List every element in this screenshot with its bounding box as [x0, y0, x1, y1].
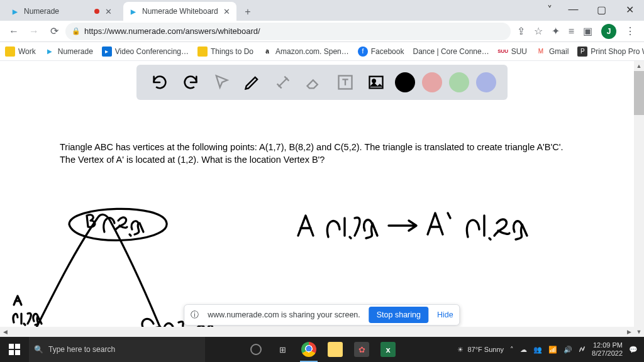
numerade-icon: ▶: [128, 6, 138, 16]
sun-icon: ☀: [457, 346, 464, 354]
tray-chevron-icon[interactable]: ˄: [510, 346, 514, 354]
tab-label: Numerade Whiteboard: [142, 7, 221, 16]
undo-button[interactable]: [148, 70, 172, 94]
star-icon[interactable]: ☆: [534, 25, 543, 37]
browser-titlebar: ▶ Numerade ✕ ▶ Numerade Whiteboard ✕ + ˅…: [0, 0, 644, 21]
bookmark-suu[interactable]: SUUSUU: [498, 47, 527, 57]
window-caret[interactable]: ˅: [540, 0, 559, 19]
scroll-thumb[interactable]: [634, 71, 644, 115]
eraser-button[interactable]: [302, 70, 326, 94]
redo-button[interactable]: [179, 70, 203, 94]
taskbar-apps: ⊞ ✿ x: [243, 337, 401, 362]
omnibox[interactable]: 🔒 https://www.numerade.com/answers/white…: [65, 23, 511, 40]
tools-button[interactable]: [271, 70, 295, 94]
svg-rect-6: [15, 350, 20, 355]
new-tab-button[interactable]: +: [239, 3, 257, 21]
task-explorer[interactable]: [323, 337, 348, 362]
recording-icon: [94, 9, 99, 14]
share-message: www.numerade.com is sharing your screen.: [208, 310, 360, 319]
share-icon[interactable]: ⇪: [517, 25, 525, 37]
stop-sharing-button[interactable]: Stop sharing: [369, 307, 428, 323]
bookmark-things-to-do[interactable]: Things to Do: [197, 47, 253, 57]
avatar[interactable]: J: [601, 24, 616, 39]
numerade-icon: ▶: [10, 6, 20, 16]
task-app[interactable]: ✿: [349, 337, 374, 362]
screen-share-bar: ⓘ www.numerade.com is sharing your scree…: [184, 304, 460, 326]
side-panel-icon[interactable]: ▣: [583, 25, 592, 37]
color-green[interactable]: [449, 72, 469, 92]
tab-whiteboard[interactable]: ▶ Numerade Whiteboard ✕: [123, 2, 236, 21]
start-button[interactable]: [0, 337, 29, 362]
url-text: https://www.numerade.com/answers/whitebo…: [84, 26, 260, 36]
close-window-button[interactable]: ✕: [616, 0, 644, 19]
window-controls: ˅ — ▢ ✕: [540, 0, 644, 19]
close-icon[interactable]: ✕: [221, 6, 231, 16]
bookmark-gmail[interactable]: MGmail: [536, 47, 569, 57]
color-blue[interactable]: [476, 72, 496, 92]
pen-button[interactable]: [240, 70, 264, 94]
tab-label: Numerade: [24, 7, 94, 16]
close-icon[interactable]: ✕: [103, 6, 113, 16]
volume-icon[interactable]: 🔊: [564, 346, 572, 354]
horizontal-scrollbar[interactable]: ◀ ▶: [0, 327, 634, 337]
kebab-menu-icon[interactable]: ⋮: [625, 25, 635, 37]
cursor-button[interactable]: [209, 70, 233, 94]
scroll-down-icon[interactable]: ▼: [634, 327, 644, 337]
problem-line-2: The Vertex of A' is located at (1,2). Wh…: [60, 154, 575, 167]
color-black[interactable]: [395, 72, 415, 92]
bookmark-work[interactable]: Work: [5, 47, 36, 57]
minimize-button[interactable]: —: [559, 0, 587, 19]
taskbar-clock[interactable]: 12:09 PM 8/27/2022: [592, 341, 623, 357]
svg-rect-4: [15, 344, 20, 349]
tab-numerade[interactable]: ▶ Numerade ✕: [5, 2, 118, 21]
bookmark-printshop[interactable]: PPrint Shop Pro Web…: [577, 47, 644, 57]
windows-taskbar: 🔍 Type here to search ⊞ ✿ x ☀ 87°F Sunny…: [0, 337, 644, 362]
reading-list-icon[interactable]: ≡: [569, 26, 574, 37]
bookmark-amazon[interactable]: aAmazon.com. Spen…: [262, 47, 349, 57]
task-view[interactable]: ⊞: [270, 337, 295, 362]
page-content: Triangle ABC has vertices at the followi…: [0, 61, 644, 337]
task-cortana[interactable]: [243, 337, 269, 362]
color-red[interactable]: [422, 72, 442, 92]
search-placeholder: Type here to search: [48, 345, 115, 354]
notifications-icon[interactable]: 💬: [629, 346, 638, 354]
battery-icon[interactable]: 🗲: [579, 346, 586, 353]
problem-line-1: Triangle ABC has vertices at the followi…: [60, 141, 575, 154]
bookmark-dance[interactable]: Dance | Core Conne…: [413, 47, 489, 56]
people-icon[interactable]: 👥: [533, 346, 542, 354]
weather-widget[interactable]: ☀ 87°F Sunny: [457, 346, 504, 354]
scroll-right-icon[interactable]: ▶: [624, 327, 634, 337]
bookmark-numerade[interactable]: ▶Numerade: [45, 47, 93, 57]
search-icon: 🔍: [34, 345, 43, 354]
extensions-icon[interactable]: ✦: [552, 25, 560, 37]
forward-button[interactable]: →: [25, 23, 43, 40]
image-button[interactable]: [364, 70, 388, 94]
reload-button[interactable]: ⟳: [45, 23, 63, 40]
onedrive-icon[interactable]: ☁: [520, 346, 527, 354]
hide-share-bar-button[interactable]: Hide: [437, 310, 453, 319]
problem-text: Triangle ABC has vertices at the followi…: [60, 141, 575, 166]
task-chrome[interactable]: [296, 337, 321, 362]
task-excel[interactable]: x: [375, 337, 401, 362]
bookmark-facebook[interactable]: fFacebook: [358, 47, 404, 57]
system-tray: ☀ 87°F Sunny ˄ ☁ 👥 📶 🔊 🗲 12:09 PM 8/27/2…: [451, 341, 644, 357]
scroll-left-icon[interactable]: ◀: [0, 327, 10, 337]
whiteboard-toolbar: [136, 65, 508, 100]
lock-icon: 🔒: [72, 27, 80, 35]
svg-rect-5: [9, 350, 14, 355]
address-bar: ← → ⟳ 🔒 https://www.numerade.com/answers…: [0, 21, 644, 42]
svg-rect-3: [9, 344, 14, 349]
bookmark-video-conf[interactable]: ▸Video Conferencing…: [102, 47, 189, 57]
scroll-up-icon[interactable]: ▲: [634, 61, 644, 71]
bookmarks-bar: Work ▶Numerade ▸Video Conferencing… Thin…: [0, 42, 644, 61]
taskbar-search[interactable]: 🔍 Type here to search: [29, 337, 205, 362]
wifi-icon[interactable]: 📶: [548, 346, 557, 354]
info-icon: ⓘ: [191, 310, 199, 321]
svg-point-2: [372, 79, 375, 82]
vertical-scrollbar[interactable]: ▲ ▼: [634, 61, 644, 337]
back-button[interactable]: ←: [5, 23, 23, 40]
maximize-button[interactable]: ▢: [587, 0, 616, 19]
text-button[interactable]: [333, 70, 357, 94]
